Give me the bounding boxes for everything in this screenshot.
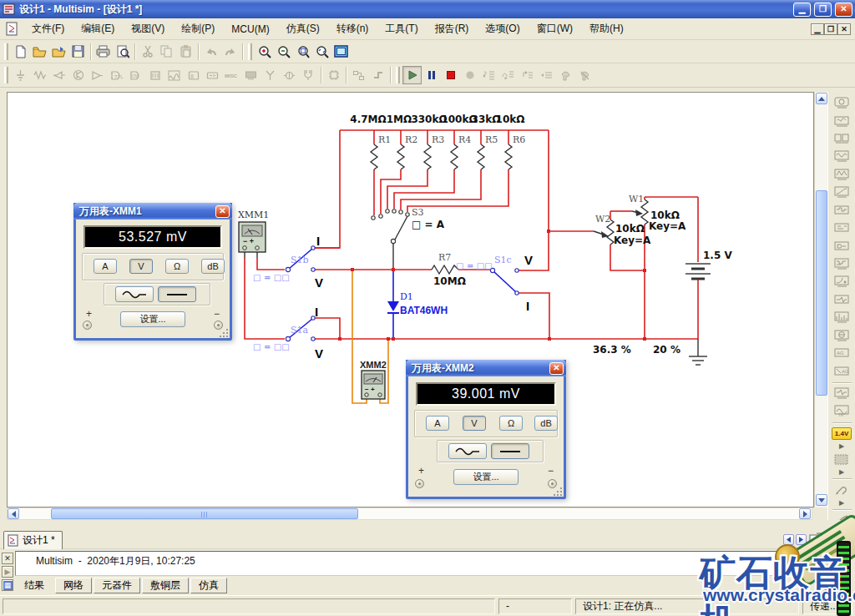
scroll-down-icon[interactable] [816,494,827,506]
place-connector-button[interactable] [299,66,318,84]
place-mcu-button[interactable] [324,66,343,84]
scroll-left-icon[interactable] [8,508,19,519]
place-peripheral-button[interactable] [241,66,261,84]
print-button[interactable] [94,43,113,61]
menu-place[interactable]: 绘制(P) [173,19,223,38]
new-button[interactable] [11,43,30,61]
instrument-spectrum-analyzer[interactable] [831,309,853,326]
xmm1-db-button[interactable]: dB [201,259,225,274]
pause-at-condition-button[interactable] [460,66,479,84]
open-button[interactable] [30,43,49,61]
place-cmos-button[interactable]: CM [126,66,145,84]
labview-dropdown-icon[interactable]: ▶ [839,468,844,477]
clamp-dropdown-icon[interactable]: ▶ [839,499,844,507]
restore-button[interactable]: ❐ [814,3,832,17]
instrument-iv-analyzer[interactable] [831,273,853,290]
mdi-close-button[interactable]: ✕ [837,23,851,35]
spreadsheet-grid-icon[interactable]: ▦ [2,579,13,591]
multimeter-xmm2-dialog[interactable]: 万用表-XMM2 ✕ 39.001 mV A V Ω dB + − 设置... [406,360,566,499]
new-window-icon[interactable] [809,533,822,544]
instrument-frequency-counter[interactable] [831,202,853,220]
xmm2-ohm-button[interactable]: Ω [499,416,523,431]
redo-button[interactable] [220,43,240,61]
spreadsheet-close-icon[interactable]: ✕ [2,553,13,564]
xmm1-settings-button[interactable]: 设置... [120,311,185,327]
place-rf-button[interactable] [261,66,280,84]
instrument-bode-plotter[interactable] [831,184,853,201]
instrument-four-channel-scope[interactable] [831,166,853,184]
cut-button[interactable] [138,43,157,61]
xmm1-resize-grip[interactable] [220,328,229,337]
menu-help[interactable]: 帮助(H) [581,19,632,38]
zoom-area-button[interactable] [293,43,312,61]
instrument-logic-converter[interactable] [831,237,853,255]
xmm1-instrument-icon[interactable]: − + XMM1 [238,210,269,252]
xmm1-dialog-titlebar[interactable]: 万用表-XMM1 ✕ [73,203,232,220]
tab-copper-layers[interactable]: 敷铜层 [142,578,189,593]
measurement-probe-button[interactable]: 1.4V [831,424,853,442]
xmm2-dc-button[interactable] [491,443,529,459]
tab-scroll-right-icon[interactable] [796,534,807,545]
place-electromech-button[interactable] [280,66,299,84]
xmm1-volt-button[interactable]: V [129,259,153,274]
xmm1-ac-button[interactable] [115,286,154,302]
instrument-oscilloscope[interactable] [831,148,853,165]
instrument-logic-analyzer[interactable] [831,255,853,273]
toggle-breakpoint-button[interactable] [556,66,575,84]
fullscreen-button[interactable] [331,43,351,61]
instrument-agilent-generator[interactable]: AG [831,345,853,362]
place-source-button[interactable] [11,66,30,84]
multimeter-xmm1-dialog[interactable]: 万用表-XMM1 ✕ 53.527 mV A V Ω dB + − 设置... [73,203,232,341]
probe-dropdown-icon[interactable]: ▶ [839,442,844,451]
copy-button[interactable] [157,43,176,61]
vscroll-thumb[interactable] [816,190,827,396]
xmm2-ampere-button[interactable]: A [426,416,449,431]
zoom-fit-button[interactable] [312,43,331,61]
open-samples-button[interactable] [49,43,68,61]
menu-transfer[interactable]: 转移(n) [328,19,377,38]
tab-components[interactable]: 元器件 [94,578,140,593]
tab-results[interactable]: 结果 [15,578,53,593]
instrument-distortion-analyzer[interactable] [831,291,853,309]
bus-button[interactable] [368,66,387,84]
instrument-tektronix-scope[interactable]: TK [831,402,853,420]
mdi-restore-button[interactable]: ❐ [824,23,837,35]
instrument-wattmeter[interactable] [831,130,853,148]
canvas-hscrollbar[interactable] [7,507,812,520]
step-out-button[interactable] [518,66,537,84]
instrument-multimeter[interactable] [831,94,853,112]
xmm2-resize-grip[interactable] [554,487,563,496]
stop-simulation-button[interactable] [441,66,460,84]
xmm1-ampere-button[interactable]: A [94,259,117,274]
menu-simulate[interactable]: 仿真(S) [278,19,328,38]
menu-tools[interactable]: 工具(T) [377,19,426,38]
instrument-agilent-multimeter[interactable]: AG [831,362,853,380]
paste-button[interactable] [176,43,195,61]
undo-button[interactable] [201,43,220,61]
place-mixed-button[interactable] [164,66,184,84]
document-tab[interactable]: 设计1 * [3,531,63,549]
menu-reports[interactable]: 报告(R) [427,19,478,38]
remove-breakpoints-button[interactable] [575,66,594,84]
place-misc-digital-button[interactable] [145,66,164,84]
scroll-right-icon[interactable] [799,508,811,519]
xmm1-ohm-button[interactable]: Ω [165,259,189,274]
xmm2-instrument-icon[interactable]: − + XMM2 [360,360,387,399]
xmm1-close-icon[interactable]: ✕ [215,205,230,218]
place-basic-button[interactable] [30,66,49,84]
place-indicator-button[interactable]: 8 [184,66,203,84]
s3-contacts[interactable] [372,210,409,244]
xmm2-settings-button[interactable]: 设置... [453,469,519,485]
hierarchical-block-button[interactable] [349,66,368,84]
current-clamp-button[interactable] [831,481,853,498]
canvas-vscrollbar[interactable] [814,92,827,507]
xmm1-dc-button[interactable] [158,286,196,302]
document-icon[interactable] [5,22,20,37]
mdi-minimize-button[interactable]: ▁ [811,23,824,35]
spreadsheet-export-icon[interactable]: ▶ [2,566,13,578]
minimize-button[interactable]: ▁ [793,3,811,17]
place-transistor-button[interactable] [68,66,88,84]
place-misc-button[interactable]: MISC [222,66,241,84]
menu-window[interactable]: 窗口(W) [529,19,581,38]
menu-options[interactable]: 选项(O) [477,19,528,38]
